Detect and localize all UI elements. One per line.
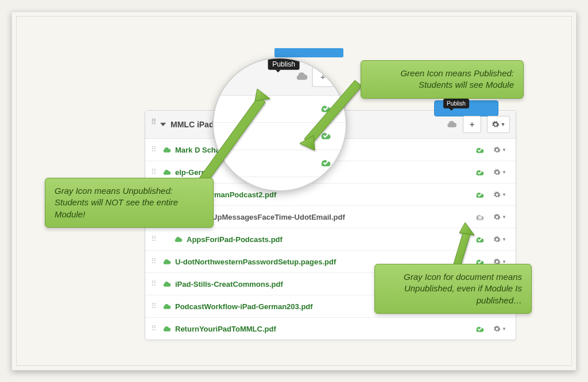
cloud-file-icon [161, 303, 172, 310]
item-title[interactable]: SettingUpMessagesFaceTime-UdotEmail.pdf [187, 213, 466, 221]
magnifier-lens: Publish + ▼ ▼ ▼ ▼ [212, 57, 347, 192]
item-controls: ▼ [466, 235, 510, 243]
drag-handle-icon[interactable]: ⠿ [151, 259, 157, 264]
cloud-file-icon [161, 280, 172, 287]
cloud-file-icon [173, 236, 183, 243]
unpublished-x-icon[interactable] [475, 213, 485, 221]
cloud-file-icon [161, 169, 172, 176]
published-check-icon[interactable] [475, 168, 485, 176]
module-settings-button[interactable]: ▼ [338, 67, 347, 87]
drag-handle-icon[interactable]: ⠿ [151, 120, 157, 129]
published-check-icon[interactable] [475, 235, 485, 243]
blue-pill-fragment [274, 48, 343, 57]
drag-handle-icon[interactable]: ⠿ [151, 304, 157, 309]
caret-down-icon: ▼ [501, 122, 506, 127]
item-controls: ▼ [466, 168, 510, 176]
publish-tooltip-zoom: Publish [268, 59, 300, 70]
item-title[interactable]: ReturnYouriPadToMMLC.pdf [175, 325, 466, 333]
cloud-file-icon [161, 325, 172, 332]
published-check-icon[interactable] [475, 325, 485, 333]
item-settings-button[interactable]: ▼ [493, 146, 506, 154]
expand-caret-icon[interactable] [160, 123, 166, 126]
item-title[interactable]: orHelp-GermanPodcast2.pdf [175, 190, 466, 199]
item-settings-button[interactable]: ▼ [493, 169, 506, 176]
cloud-file-icon [161, 146, 172, 153]
drag-handle-icon[interactable]: ⠿ [151, 237, 157, 241]
add-item-button[interactable]: + [312, 67, 334, 87]
module-header-controls: Publish + ▼ [446, 116, 510, 133]
drag-handle-icon[interactable]: ⠿ [151, 326, 157, 331]
annotation-gray-doc: Gray Icon for document means Unpublished… [374, 264, 532, 314]
item-controls: ▼ [466, 213, 510, 221]
published-check-icon[interactable] [475, 190, 485, 198]
add-item-button[interactable]: + [463, 116, 481, 133]
gear-icon [492, 120, 500, 128]
item-settings-button[interactable]: ▼ [493, 191, 506, 198]
published-check-icon[interactable] [320, 157, 332, 169]
item-controls: ▼ [466, 146, 510, 154]
published-check-icon[interactable] [320, 103, 332, 115]
item-controls: ▼ [466, 190, 510, 198]
module-title: MMLC iPad [171, 120, 214, 129]
cloud-file-icon [161, 258, 172, 265]
document-frame: ⠿ MMLC iPad Publish + ▼ ⠿Mark D Schaefer… [11, 11, 577, 371]
annotation-gray-module: Gray Icon means Unpublished: Students wi… [45, 178, 214, 228]
module-item-row[interactable]: ⠿AppsForiPad-Podcasts.pdf▼ [145, 228, 516, 251]
cloud-unpublished-icon[interactable] [295, 71, 308, 83]
item-controls: ▼ [466, 325, 510, 333]
annotation-green: Green Icon means Published: Students wil… [361, 60, 524, 99]
item-settings-button[interactable]: ▼ [493, 236, 506, 243]
drag-handle-icon[interactable]: ⠿ [151, 170, 157, 174]
published-check-icon[interactable] [320, 130, 332, 142]
module-settings-button[interactable]: ▼ [487, 116, 510, 133]
module-item-row[interactable]: ⠿ReturnYouriPadToMMLC.pdf▼ [145, 318, 516, 340]
plus-icon: + [470, 120, 474, 129]
item-title[interactable]: AppsForiPad-Podcasts.pdf [187, 235, 466, 244]
published-check-icon[interactable] [475, 146, 485, 154]
publish-tooltip: Publish [443, 99, 469, 108]
cloud-unpublished-icon[interactable] [446, 120, 457, 130]
item-settings-button[interactable]: ▼ [493, 213, 506, 221]
item-settings-button[interactable]: ▼ [493, 325, 506, 333]
drag-handle-icon[interactable]: ⠿ [151, 147, 157, 152]
drag-handle-icon[interactable]: ⠿ [151, 282, 157, 286]
